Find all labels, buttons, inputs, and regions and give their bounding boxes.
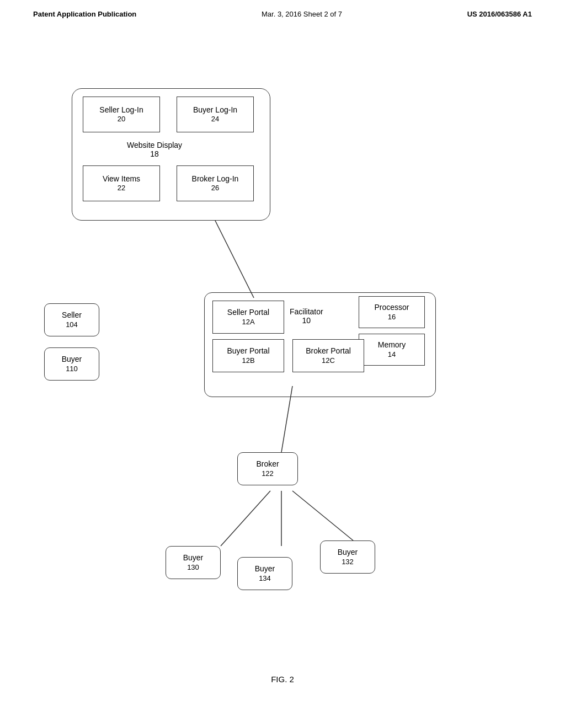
seller-login-box: Seller Log-In 20 <box>83 97 160 132</box>
header-right: US 2016/063586 A1 <box>467 10 532 18</box>
broker-portal-box: Broker Portal 12C <box>292 339 364 372</box>
buyer132-box: Buyer 132 <box>320 540 375 574</box>
svg-line-0 <box>215 221 254 298</box>
diagram-area: Seller Log-In 20 Buyer Log-In 24 Website… <box>0 33 565 706</box>
broker-login-box: Broker Log-In 26 <box>177 165 254 201</box>
page-header: Patent Application Publication Mar. 3, 2… <box>0 0 565 18</box>
broker122-box: Broker 122 <box>237 452 298 485</box>
fig-caption: FIG. 2 <box>271 675 294 684</box>
svg-line-4 <box>292 491 353 540</box>
svg-line-2 <box>221 491 270 546</box>
buyer110-box: Buyer 110 <box>44 347 99 381</box>
seller-box: Seller 104 <box>44 303 99 336</box>
seller-portal-box: Seller Portal 12A <box>212 301 284 334</box>
facilitator-label: Facilitator 10 <box>290 307 323 325</box>
processor-box: Processor 16 <box>359 296 425 328</box>
buyer-login-box: Buyer Log-In 24 <box>177 97 254 132</box>
memory-box: Memory 14 <box>359 334 425 366</box>
buyer-portal-box: Buyer Portal 12B <box>212 339 284 372</box>
website-display-label: Website Display 18 <box>127 141 182 158</box>
view-items-box: View Items 22 <box>83 165 160 201</box>
header-left: Patent Application Publication <box>33 10 136 18</box>
buyer130-box: Buyer 130 <box>166 546 221 579</box>
header-center: Mar. 3, 2016 Sheet 2 of 7 <box>262 10 342 18</box>
buyer134-box: Buyer 134 <box>237 557 292 590</box>
